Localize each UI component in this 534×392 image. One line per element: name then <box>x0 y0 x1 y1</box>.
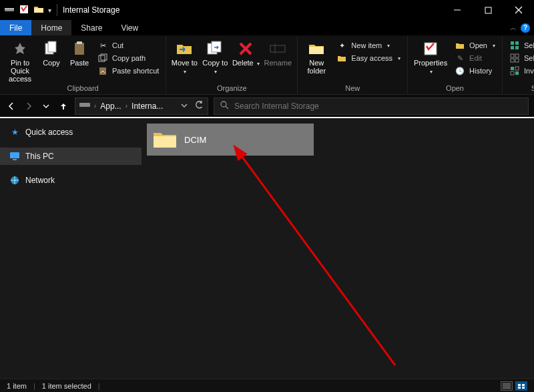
minimize-button[interactable] <box>442 0 473 20</box>
copy-to-icon <box>206 40 224 57</box>
sidebar-item-network[interactable]: Network <box>0 172 142 189</box>
folder-name: DCIM <box>184 135 206 145</box>
svg-rect-44 <box>522 384 525 386</box>
easy-access-icon <box>336 53 347 63</box>
address-bar[interactable]: › App... › Interna... <box>75 97 208 115</box>
paste-icon <box>71 40 88 57</box>
device-crumb-icon <box>79 101 90 111</box>
status-selected-count: 1 item selected <box>42 382 91 390</box>
breadcrumb-part1[interactable]: App... <box>100 102 121 111</box>
svg-line-39 <box>240 154 395 365</box>
search-input[interactable] <box>234 102 523 111</box>
copy-path-button[interactable]: Copy path <box>95 52 162 64</box>
quick-access-toolbar: ▾ <box>4 4 51 17</box>
svg-rect-9 <box>75 43 84 55</box>
close-button[interactable] <box>503 0 534 20</box>
folder-icon <box>152 129 178 150</box>
select-none-button[interactable]: Select none <box>507 52 534 64</box>
paste-shortcut-icon <box>97 65 108 76</box>
svg-rect-25 <box>511 54 514 57</box>
device-icon <box>4 4 15 17</box>
svg-rect-15 <box>212 41 221 52</box>
chevron-right-icon[interactable]: › <box>94 102 96 110</box>
forward-button <box>23 100 35 112</box>
help-icon[interactable]: ? <box>521 23 530 33</box>
svg-rect-30 <box>515 67 519 70</box>
large-icons-view-button[interactable] <box>515 381 527 391</box>
back-button[interactable] <box>5 100 17 112</box>
pin-to-quick-access-button[interactable]: Pin to Quick access <box>4 38 36 83</box>
properties-qat-icon[interactable] <box>19 4 29 17</box>
svg-rect-27 <box>511 59 514 62</box>
tab-home[interactable]: Home <box>31 20 71 35</box>
copy-path-icon <box>97 53 108 63</box>
new-folder-button[interactable]: New folder <box>302 38 331 75</box>
rename-button: Rename <box>262 38 293 67</box>
svg-rect-31 <box>511 71 514 75</box>
status-bar: 1 item | 1 item selected | <box>0 379 534 392</box>
invert-selection-icon <box>509 65 520 76</box>
qat-dropdown-icon[interactable]: ▾ <box>48 7 51 14</box>
ribbon: Pin to Quick access Copy Paste ✂Cut Copy… <box>0 36 534 94</box>
collapse-ribbon-icon[interactable]: ︿ <box>510 23 517 33</box>
open-button[interactable]: Open▾ <box>452 39 498 51</box>
ribbon-group-new: New folder ✦New item▾ Easy access▾ New <box>298 36 408 94</box>
window-title: Internal Storage <box>63 5 119 15</box>
open-icon <box>455 40 465 51</box>
invert-selection-button[interactable]: Invert selection <box>507 65 534 77</box>
ribbon-tabs: File Home Share View ︿ ? <box>0 20 534 36</box>
folder-item-dcim[interactable]: DCIM <box>147 124 314 156</box>
svg-rect-28 <box>515 59 519 62</box>
svg-rect-29 <box>511 67 514 70</box>
tab-share[interactable]: Share <box>71 20 111 35</box>
history-button[interactable]: 🕓History <box>452 65 498 77</box>
svg-rect-22 <box>515 41 519 45</box>
move-to-button[interactable]: Move to ▾ <box>170 38 198 75</box>
sidebar-item-this-pc[interactable]: This PC <box>0 148 142 165</box>
svg-rect-24 <box>515 46 519 49</box>
navigation-bar: › App... › Interna... <box>0 94 534 117</box>
maximize-button[interactable] <box>473 0 503 20</box>
tab-view[interactable]: View <box>111 20 148 35</box>
svg-rect-1 <box>5 8 14 9</box>
svg-rect-32 <box>515 71 519 75</box>
details-view-button[interactable] <box>501 381 513 391</box>
copy-icon <box>43 40 60 57</box>
address-dropdown-icon[interactable] <box>181 102 188 111</box>
refresh-button[interactable] <box>194 100 204 112</box>
copy-button[interactable]: Copy <box>39 38 64 67</box>
cut-button[interactable]: ✂Cut <box>95 39 162 51</box>
star-icon: ★ <box>9 127 20 138</box>
folder-qat-icon[interactable] <box>33 4 44 17</box>
up-button[interactable] <box>57 100 69 112</box>
select-all-icon <box>509 40 520 51</box>
svg-line-35 <box>226 106 228 109</box>
svg-rect-4 <box>485 7 491 13</box>
properties-button[interactable]: Properties ▾ <box>412 38 449 75</box>
svg-rect-45 <box>518 387 521 389</box>
content-pane[interactable]: DCIM <box>142 118 534 379</box>
search-box[interactable] <box>214 97 529 115</box>
tab-file[interactable]: File <box>0 20 31 35</box>
chevron-right-icon[interactable]: › <box>125 102 127 110</box>
copy-to-button[interactable]: Copy to ▾ <box>201 38 229 75</box>
history-icon: 🕓 <box>455 65 465 76</box>
select-all-button[interactable]: Select all <box>507 39 534 51</box>
easy-access-button[interactable]: Easy access▾ <box>334 52 403 64</box>
svg-rect-12 <box>101 54 107 60</box>
breadcrumb-part2[interactable]: Interna... <box>131 102 163 111</box>
move-to-icon <box>176 40 193 57</box>
recent-locations-button[interactable] <box>40 100 52 112</box>
paste-shortcut-button[interactable]: Paste shortcut <box>95 65 162 77</box>
ribbon-group-open: Properties ▾ Open▾ ✎Edit 🕓History Open <box>408 36 503 94</box>
sidebar-item-quick-access[interactable]: ★ Quick access <box>0 124 142 141</box>
svg-rect-10 <box>77 41 82 44</box>
paste-button[interactable]: Paste <box>67 38 92 67</box>
monitor-icon <box>9 151 20 162</box>
svg-rect-33 <box>79 103 90 107</box>
ribbon-group-organize: Move to ▾ Copy to ▾ Delete ▾ Rename Orga… <box>166 36 298 94</box>
navigation-pane: ★ Quick access This PC Network <box>0 118 142 379</box>
svg-rect-8 <box>48 41 56 52</box>
new-item-button[interactable]: ✦New item▾ <box>334 39 403 51</box>
delete-button[interactable]: Delete ▾ <box>232 38 260 67</box>
